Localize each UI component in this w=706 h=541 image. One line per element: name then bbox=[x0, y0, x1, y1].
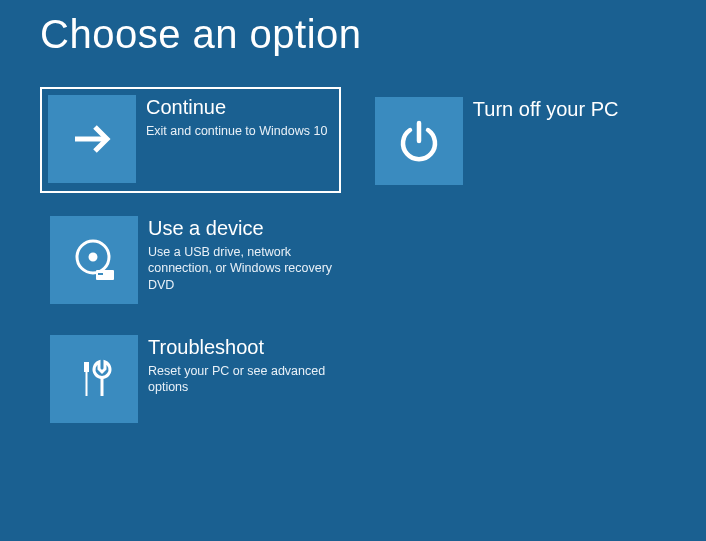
turn-off-tile[interactable]: Turn off your PC bbox=[365, 87, 666, 193]
troubleshoot-title: Troubleshoot bbox=[148, 335, 352, 359]
use-device-tile[interactable]: Use a device Use a USB drive, network co… bbox=[40, 206, 362, 312]
troubleshoot-desc: Reset your PC or see advanced options bbox=[148, 363, 352, 396]
options-row-2: Use a device Use a USB drive, network co… bbox=[40, 206, 666, 312]
troubleshoot-text: Troubleshoot Reset your PC or see advanc… bbox=[138, 335, 352, 421]
continue-tile[interactable]: Continue Exit and continue to Windows 10 bbox=[40, 87, 341, 193]
svg-rect-5 bbox=[98, 273, 103, 275]
svg-point-3 bbox=[90, 254, 96, 260]
options-row-1: Continue Exit and continue to Windows 10… bbox=[40, 87, 666, 193]
use-device-desc: Use a USB drive, network connection, or … bbox=[148, 244, 352, 293]
tools-icon bbox=[50, 335, 138, 423]
continue-text: Continue Exit and continue to Windows 10 bbox=[136, 95, 327, 185]
arrow-right-icon bbox=[48, 95, 136, 183]
svg-rect-6 bbox=[84, 362, 89, 372]
turn-off-text: Turn off your PC bbox=[463, 97, 619, 183]
turn-off-title: Turn off your PC bbox=[473, 97, 619, 121]
use-device-title: Use a device bbox=[148, 216, 352, 240]
troubleshoot-tile[interactable]: Troubleshoot Reset your PC or see advanc… bbox=[40, 325, 362, 431]
continue-title: Continue bbox=[146, 95, 327, 119]
use-device-text: Use a device Use a USB drive, network co… bbox=[138, 216, 352, 302]
disc-drive-icon bbox=[50, 216, 138, 304]
options-grid: Continue Exit and continue to Windows 10… bbox=[40, 87, 666, 431]
options-row-3: Troubleshoot Reset your PC or see advanc… bbox=[40, 325, 666, 431]
power-icon bbox=[375, 97, 463, 185]
svg-rect-8 bbox=[101, 376, 104, 396]
svg-rect-7 bbox=[86, 372, 88, 396]
page-title: Choose an option bbox=[40, 12, 666, 57]
continue-desc: Exit and continue to Windows 10 bbox=[146, 123, 327, 139]
